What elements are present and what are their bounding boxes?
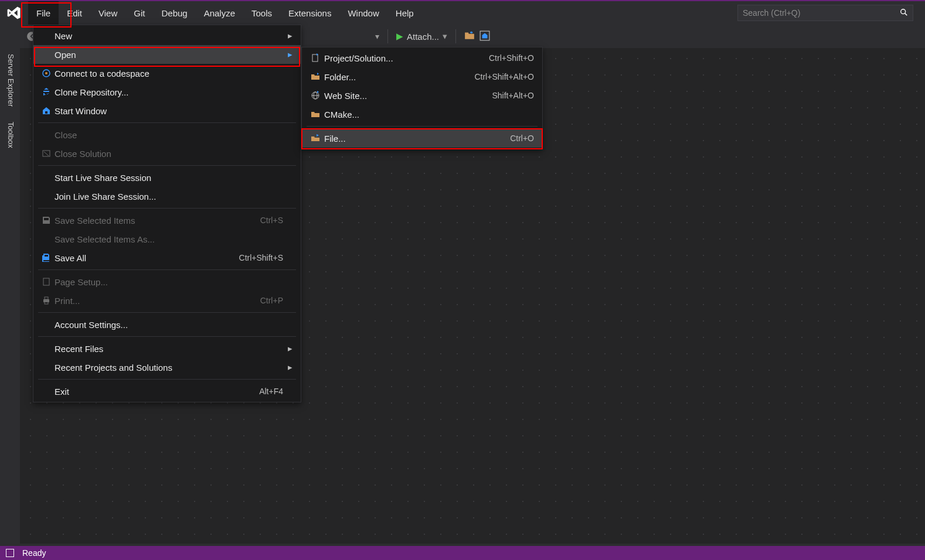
file-connect-codespace[interactable]: Connect to a codespace [33,64,301,83]
file-save-all[interactable]: Save All Ctrl+Shift+S [33,248,301,267]
project-icon [307,53,324,63]
menu-edit[interactable]: Edit [59,1,90,25]
submenu-chevron-icon: ▸ [283,49,293,60]
file-exit[interactable]: Exit Alt+F4 [33,382,301,401]
file-close: Close [33,125,301,144]
file-start-liveshare[interactable]: Start Live Share Session [33,168,301,187]
folder-icon [307,72,324,81]
home-toolbar-icon[interactable] [479,30,490,43]
menu-window[interactable]: Window [339,1,387,25]
menu-separator [38,312,296,313]
save-all-icon [38,253,55,262]
menu-analyze[interactable]: Analyze [196,1,243,25]
file-print: Print... Ctrl+P [33,291,301,310]
svg-rect-11 [45,297,48,299]
svg-line-1 [905,13,907,15]
open-cmake[interactable]: CMake... [302,105,542,124]
file-close-solution: Close Solution [33,144,301,163]
home-icon [38,106,55,115]
close-solution-icon [38,149,55,158]
menu-extensions[interactable]: Extensions [280,1,339,25]
search-icon [900,8,908,18]
file-new[interactable]: New ▸ [33,26,301,45]
codespace-icon [38,69,55,78]
submenu-chevron-icon: ▸ [283,30,293,41]
menu-help[interactable]: Help [387,1,422,25]
server-explorer-tab[interactable]: Server Explorer [2,49,16,111]
menu-separator [307,126,538,127]
search-placeholder: Search (Ctrl+Q) [743,8,900,18]
menu-tools[interactable]: Tools [243,1,280,25]
left-side-tabs: Server Explorer Toolbox [2,49,16,153]
menu-separator [38,379,296,380]
page-icon [38,277,55,286]
file-open[interactable]: Open ▸ [33,45,301,64]
open-folder-toolbar-icon[interactable] [464,30,475,43]
file-start-window[interactable]: Start Window [33,101,301,120]
menu-debug[interactable]: Debug [153,1,195,25]
menu-separator [38,336,296,337]
svg-point-4 [45,72,47,74]
file-recent-files[interactable]: Recent Files ▸ [33,339,301,358]
clone-icon [38,87,55,97]
menu-separator [38,122,296,123]
folder-icon [307,110,324,119]
menu-separator [38,269,296,270]
toolbar-separator [387,29,388,43]
file-account-settings[interactable]: Account Settings... [33,315,301,334]
file-menu-dropdown: New ▸ Open ▸ Connect to a codespace Clon… [33,25,301,402]
status-bar: Ready [0,546,925,560]
print-icon [38,296,55,305]
open-file[interactable]: File... Ctrl+O [302,129,542,148]
toolbox-tab[interactable]: Toolbox [2,117,16,153]
menu-bar: File Edit View Git Debug Analyze Tools E… [0,1,925,25]
file-page-setup: Page Setup... [33,272,301,291]
file-open-submenu: Project/Solution... Ctrl+Shift+O Folder.… [301,47,543,149]
toolbar-separator [455,29,456,43]
svg-line-7 [44,152,49,156]
menu-separator [38,165,296,166]
svg-rect-5 [45,111,47,114]
status-indicator-icon [6,549,14,557]
open-website[interactable]: Web Site... Shift+Alt+O [302,86,542,105]
play-icon: ▶ [396,31,403,42]
dropdown-chevron-icon[interactable]: ▾ [375,32,379,41]
attach-debugger-button[interactable]: ▶ Attach... ▾ [396,31,447,42]
dropdown-chevron-icon[interactable]: ▾ [443,31,447,42]
file-join-liveshare[interactable]: Join Live Share Session... [33,187,301,206]
file-recent-projects[interactable]: Recent Projects and Solutions ▸ [33,358,301,377]
submenu-chevron-icon: ▸ [283,362,293,373]
submenu-chevron-icon: ▸ [283,343,293,354]
svg-rect-13 [312,54,318,62]
save-icon [38,216,55,225]
svg-rect-9 [43,278,49,285]
svg-rect-8 [45,255,48,257]
open-folder[interactable]: Folder... Ctrl+Shift+Alt+O [302,67,542,86]
open-project-solution[interactable]: Project/Solution... Ctrl+Shift+O [302,49,542,67]
menu-git[interactable]: Git [125,1,153,25]
menu-view[interactable]: View [90,1,125,25]
menu-file[interactable]: File [28,1,59,25]
menu-separator [38,208,296,209]
status-text: Ready [22,548,46,558]
global-search-input[interactable]: Search (Ctrl+Q) [737,5,913,21]
file-save-selected: Save Selected Items Ctrl+S [33,211,301,230]
visual-studio-logo-icon [0,1,28,25]
attach-label: Attach... [407,32,439,42]
open-file-icon [307,134,324,143]
svg-point-0 [901,9,906,13]
file-clone-repo[interactable]: Clone Repository... [33,83,301,101]
globe-icon [307,91,324,100]
file-save-selected-as: Save Selected Items As... [33,230,301,248]
